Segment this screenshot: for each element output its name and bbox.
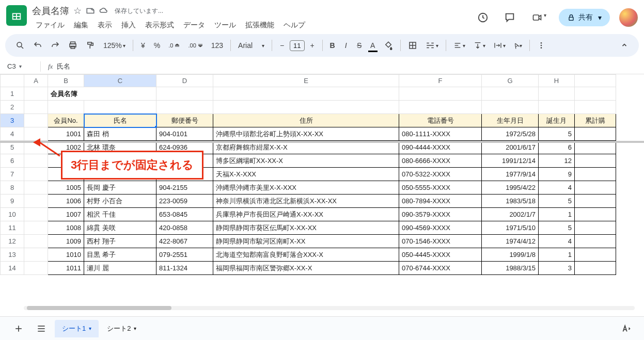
history-icon[interactable]	[474, 9, 492, 26]
table-header[interactable]: 住所	[213, 114, 399, 127]
menu-編集[interactable]: 編集	[70, 19, 92, 32]
table-cell[interactable]: 静岡県静岡市葵区伝馬町X-XX-XX	[213, 221, 399, 235]
menu-ヘルプ[interactable]: ヘルプ	[280, 19, 309, 32]
col-header-H[interactable]: H	[539, 75, 575, 87]
col-header-A[interactable]: A	[24, 75, 48, 87]
table-cell[interactable]: 綿貫 美咲	[84, 221, 156, 235]
col-header-E[interactable]: E	[213, 75, 399, 87]
rotate-button[interactable]: A ▾	[511, 39, 525, 52]
table-cell[interactable]	[575, 154, 616, 168]
table-cell[interactable]: 070-5322-XXXX	[399, 168, 482, 181]
table-cell[interactable]: 相沢 千佳	[84, 208, 156, 221]
row-header-7[interactable]: 7	[1, 168, 24, 181]
table-header[interactable]: 誕生月	[539, 114, 575, 127]
table-cell[interactable]: 420-0858	[156, 221, 213, 235]
menu-データ[interactable]: データ	[180, 19, 209, 32]
row-header-12[interactable]: 12	[1, 235, 24, 248]
font-select[interactable]: Arial ▾	[235, 39, 268, 52]
wrap-button[interactable]: ▾	[491, 39, 509, 52]
table-header[interactable]: 会員No.	[48, 114, 84, 127]
table-cell[interactable]: 天福X-X-XXX	[213, 168, 399, 181]
table-cell[interactable]: 長岡 慶子	[84, 181, 156, 195]
table-cell[interactable]: 5	[539, 127, 575, 141]
table-cell[interactable]: 森田 梢	[84, 127, 156, 141]
table-cell[interactable]: 090-3579-XXXX	[399, 208, 482, 221]
col-header-B[interactable]: B	[48, 75, 84, 87]
menu-表示[interactable]: 表示	[94, 19, 116, 32]
table-cell[interactable]	[575, 181, 616, 195]
table-cell[interactable]: 1011	[48, 262, 84, 275]
table-cell[interactable]	[575, 235, 616, 248]
table-cell[interactable]: 070-6744-XXXX	[399, 262, 482, 275]
sheets-logo-icon[interactable]	[6, 5, 27, 26]
table-cell[interactable]: 1977/9/14	[482, 168, 539, 181]
table-cell[interactable]: 1971/5/10	[482, 221, 539, 235]
increase-decimal-button[interactable]: .00	[185, 40, 206, 51]
table-cell[interactable]: 村野 小百合	[84, 195, 156, 208]
table-cell[interactable]: 1	[539, 208, 575, 221]
table-cell[interactable]: 博多区綱場町XX-XX-X	[213, 154, 399, 168]
paint-format-button[interactable]	[83, 39, 98, 52]
table-cell[interactable]: 1995/4/22	[482, 181, 539, 195]
comment-icon[interactable]	[501, 9, 519, 26]
table-cell[interactable]: 1974/4/12	[482, 235, 539, 248]
table-cell[interactable]: 1006	[48, 195, 84, 208]
table-header[interactable]: 累計購	[575, 114, 616, 127]
merge-button[interactable]: ▾	[422, 39, 442, 52]
table-cell[interactable]	[575, 248, 616, 262]
col-header-F[interactable]: F	[399, 75, 482, 87]
table-cell[interactable]: 目黒 希子	[84, 248, 156, 262]
row-header-9[interactable]: 9	[1, 195, 24, 208]
col-header-C[interactable]: C	[84, 75, 156, 87]
horizontal-scrollbar[interactable]	[24, 306, 635, 313]
table-cell[interactable]: 904-0101	[156, 127, 213, 141]
collapse-toolbar-button[interactable]	[617, 38, 632, 53]
chevron-down-icon[interactable]: ▾	[134, 326, 136, 331]
table-cell[interactable]: 3	[539, 262, 575, 275]
row-header-6[interactable]: 6	[1, 154, 24, 168]
table-cell[interactable]: 1009	[48, 235, 84, 248]
table-cell[interactable]: 12	[539, 154, 575, 168]
all-sheets-button[interactable]	[32, 320, 51, 337]
percent-button[interactable]: %	[151, 39, 163, 52]
table-cell[interactable]: 5	[539, 221, 575, 235]
col-header-G[interactable]: G	[482, 75, 539, 87]
table-cell[interactable]: 1972/5/28	[482, 127, 539, 141]
table-cell[interactable]: 瀬川 麗	[84, 262, 156, 275]
menu-ファイル[interactable]: ファイル	[32, 19, 68, 32]
table-cell[interactable]	[575, 127, 616, 141]
chevron-down-icon[interactable]: ▾	[89, 326, 91, 331]
table-cell[interactable]: 080-6666-XXXX	[399, 154, 482, 168]
zoom-select[interactable]: 125% ▾	[100, 39, 129, 52]
table-cell[interactable]	[575, 208, 616, 221]
v-align-button[interactable]: ▾	[470, 39, 489, 52]
meet-icon[interactable]: ▾	[528, 9, 549, 26]
font-size-increase[interactable]: +	[307, 39, 318, 52]
table-cell[interactable]: 904-2155	[156, 181, 213, 195]
table-cell[interactable]: 080-1111-XXXX	[399, 127, 482, 141]
table-header[interactable]: 氏名	[84, 114, 156, 127]
share-button[interactable]: 共有 ▾	[559, 9, 610, 26]
table-cell[interactable]: 1008	[48, 221, 84, 235]
col-header-D[interactable]: D	[156, 75, 213, 87]
table-cell[interactable]: 050-5555-XXXX	[399, 181, 482, 195]
table-cell[interactable]	[575, 221, 616, 235]
row-header-10[interactable]: 10	[1, 208, 24, 221]
italic-button[interactable]: I	[340, 39, 352, 52]
decrease-decimal-button[interactable]: .0	[165, 40, 183, 51]
redo-button[interactable]	[48, 39, 63, 52]
strikethrough-button[interactable]: S	[354, 39, 365, 52]
star-icon[interactable]: ☆	[73, 5, 82, 17]
freeze-line-horizontal[interactable]	[0, 141, 644, 143]
table-cell[interactable]: 西村 翔子	[84, 235, 156, 248]
borders-button[interactable]	[405, 39, 420, 52]
table-cell[interactable]: 1010	[48, 248, 84, 262]
font-size-input[interactable]: 11	[290, 40, 304, 51]
table-cell[interactable]: 沖縄県中頭郡北谷町上勢頭X-XX-XX	[213, 127, 399, 141]
spreadsheet-grid[interactable]: ABCDEFGH1会員名簿23会員No.氏名郵便番号住所電話番号生年月日誕生月累…	[0, 74, 644, 301]
table-cell[interactable]: 静岡県静岡市駿河区南町X-XX	[213, 235, 399, 248]
table-cell[interactable]: 5	[539, 195, 575, 208]
table-cell[interactable]: 050-4445-XXXX	[399, 248, 482, 262]
account-avatar[interactable]	[619, 8, 638, 27]
sheet-title[interactable]: 会員名簿	[48, 87, 156, 101]
